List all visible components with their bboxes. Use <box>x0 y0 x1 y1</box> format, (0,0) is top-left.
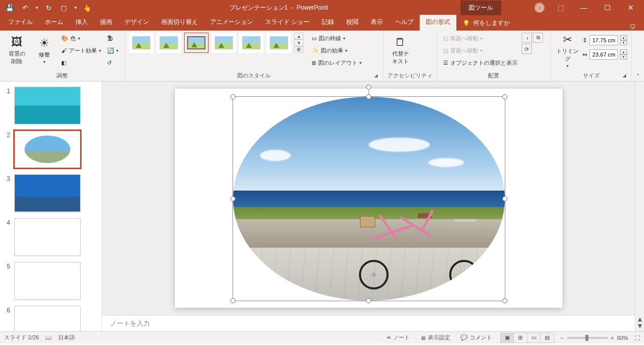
notes-pane[interactable]: ノートを入力 <box>102 315 635 331</box>
close-button[interactable]: ✕ <box>620 1 642 15</box>
style-thumb-1[interactable] <box>129 33 153 53</box>
tab-insert[interactable]: 挿入 <box>69 15 94 31</box>
slide-editor[interactable] <box>102 82 635 315</box>
transparency-button[interactable]: ◧ <box>59 57 103 68</box>
width-input[interactable] <box>589 49 618 60</box>
styles-dialog-launcher[interactable]: ◢ <box>374 73 378 78</box>
resize-handle-br[interactable] <box>502 298 507 303</box>
next-slide-button[interactable]: ⯆ <box>635 323 644 329</box>
height-spin-down[interactable]: ▾ <box>620 40 627 45</box>
change-picture-button[interactable]: 🔄▾ <box>105 45 120 56</box>
resize-handle-l[interactable] <box>230 196 236 201</box>
qat-dropdown[interactable]: ▾ <box>72 1 79 14</box>
tab-animations[interactable]: アニメーション <box>204 15 259 31</box>
tab-view[interactable]: 表示 <box>365 15 389 31</box>
slide-thumbnail-3[interactable] <box>14 174 81 212</box>
slide-thumbnail-5[interactable] <box>14 262 81 300</box>
tab-transitions[interactable]: 画面切り替え <box>155 15 204 31</box>
reset-picture-button[interactable]: ↺ <box>105 57 120 68</box>
styles-scroll-up[interactable]: ▴ <box>294 33 303 39</box>
undo-button[interactable]: ↶ <box>18 1 32 14</box>
resize-handle-bl[interactable] <box>230 298 236 303</box>
styles-scroll-down[interactable]: ▾ <box>294 39 303 46</box>
alt-text-button[interactable]: 🗒 代替テ キスト <box>388 33 413 68</box>
style-thumb-2[interactable] <box>157 33 181 53</box>
send-backward-button[interactable]: ◲背面へ移動▾ <box>441 45 520 56</box>
tab-help[interactable]: ヘルプ <box>389 15 420 31</box>
save-button[interactable]: 💾 <box>3 1 16 14</box>
share-button[interactable]: 🗨 <box>624 23 642 31</box>
rotate-handle[interactable] <box>366 85 371 90</box>
tab-draw[interactable]: 描画 <box>94 15 118 31</box>
slide-sorter-view-button[interactable]: ⊞ <box>514 333 527 342</box>
color-button[interactable]: 🎨色▾ <box>59 33 103 44</box>
picture-border-button[interactable]: ▭図の枠線▾ <box>310 33 364 44</box>
zoom-slider-thumb[interactable] <box>585 335 588 341</box>
display-settings-button[interactable]: 🖥表示設定 <box>418 333 452 342</box>
slide-thumbnail-4[interactable] <box>14 218 81 256</box>
slideshow-view-button[interactable]: ▤ <box>540 333 554 342</box>
size-dialog-launcher[interactable]: ◢ <box>623 73 626 78</box>
reading-view-button[interactable]: ▭ <box>527 333 540 342</box>
tab-review[interactable]: 校閲 <box>340 15 365 31</box>
resize-handle-b[interactable] <box>366 298 371 303</box>
tab-record[interactable]: 記録 <box>316 15 340 31</box>
tab-design[interactable]: デザイン <box>118 15 155 31</box>
resize-handle-t[interactable] <box>366 94 371 99</box>
fit-to-window-button[interactable]: ⛶ <box>634 335 640 341</box>
account-button[interactable]: ◯ <box>532 0 547 15</box>
rotate-button[interactable]: ⟳ <box>522 44 532 54</box>
comments-button[interactable]: 💬コメント <box>458 333 494 342</box>
slide-thumbnail-6[interactable] <box>14 306 81 331</box>
group-button[interactable]: ⧉ <box>533 33 543 43</box>
undo-dropdown[interactable]: ▾ <box>34 1 40 14</box>
slide-thumbnail-pane[interactable]: 1 2 3 4 5 6 <box>0 82 102 331</box>
style-thumb-6[interactable] <box>267 33 291 53</box>
bring-forward-button[interactable]: ◱前面へ移動▾ <box>441 33 520 44</box>
tell-me-search[interactable]: 💡 何をしますか <box>456 16 516 31</box>
styles-expand[interactable]: ⊞ <box>294 46 303 53</box>
prev-slide-button[interactable]: ⯅ <box>635 317 644 323</box>
touch-mode-button[interactable]: 👆 <box>81 1 94 14</box>
minimize-button[interactable]: ― <box>573 1 595 15</box>
slide-thumbnail-1[interactable] <box>14 87 81 124</box>
crop-button[interactable]: ✂ トリミング ▾ <box>555 33 580 68</box>
zoom-out-button[interactable]: − <box>560 335 563 341</box>
status-slide-indicator[interactable]: スライド 2/26 <box>4 334 39 341</box>
redo-button[interactable]: ↻ <box>42 1 55 14</box>
resize-handle-tr[interactable] <box>502 94 507 99</box>
spellcheck-icon[interactable]: 📖 <box>45 334 52 341</box>
maximize-button[interactable]: ☐ <box>596 1 619 15</box>
slide-thumbnail-2[interactable] <box>14 130 81 168</box>
tab-slideshow[interactable]: スライド ショー <box>259 15 316 31</box>
style-thumb-3[interactable] <box>184 33 209 53</box>
width-spin-down[interactable]: ▾ <box>620 55 627 60</box>
notes-toggle-button[interactable]: ≐ノート <box>384 333 412 342</box>
status-language[interactable]: 日本語 <box>58 334 75 341</box>
style-thumb-4[interactable] <box>212 33 236 53</box>
selection-pane-button[interactable]: ☰オブジェクトの選択と表示 <box>441 57 520 68</box>
corrections-button[interactable]: ☀ 修整 ▾ <box>32 33 57 68</box>
zoom-level[interactable]: 60% <box>617 335 628 341</box>
compress-pictures-button[interactable]: 🗜 <box>105 33 120 44</box>
slideshow-from-start-button[interactable]: ▢ <box>57 1 70 14</box>
height-input[interactable] <box>589 35 618 45</box>
normal-view-button[interactable]: ▣ <box>501 333 514 342</box>
ribbon-display-options-button[interactable]: ⬚ <box>549 1 572 15</box>
height-spin-up[interactable]: ▴ <box>620 35 627 40</box>
picture-effects-button[interactable]: ✨図の効果▾ <box>310 45 364 56</box>
remove-background-button[interactable]: 🖼 背景の 削除 <box>4 33 30 68</box>
zoom-slider-track[interactable] <box>567 337 608 339</box>
vertical-scrollbar[interactable]: ⯅ ⯆ <box>635 82 644 331</box>
tab-picture-format[interactable]: 図の形式 <box>420 15 456 31</box>
picture-selection[interactable] <box>233 96 505 301</box>
style-thumb-5[interactable] <box>239 33 264 53</box>
collapse-ribbon-button[interactable]: ˄ <box>632 31 644 81</box>
resize-handle-r[interactable] <box>502 196 507 201</box>
oval-picture[interactable] <box>233 97 505 301</box>
artistic-effects-button[interactable]: 🖌アート効果▾ <box>59 45 103 56</box>
zoom-in-button[interactable]: + <box>611 335 614 341</box>
width-spin-up[interactable]: ▴ <box>620 49 627 55</box>
slide-canvas[interactable] <box>175 89 562 308</box>
resize-handle-tl[interactable] <box>230 94 236 99</box>
